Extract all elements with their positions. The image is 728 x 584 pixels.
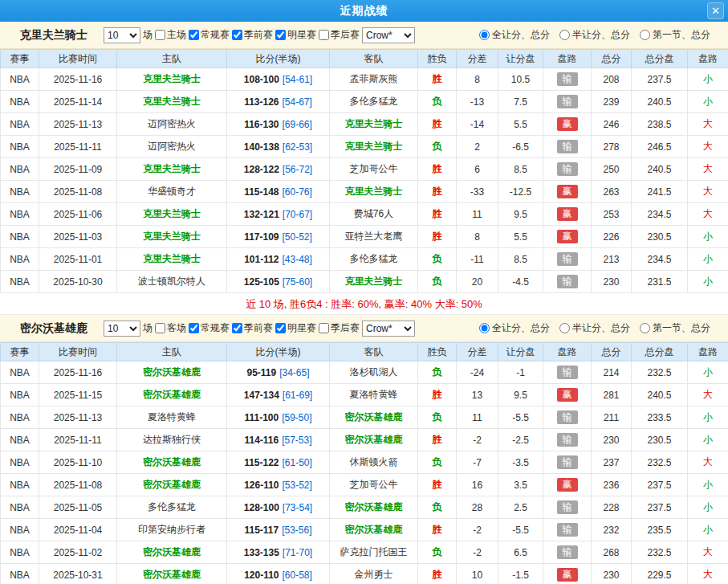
home-team-name[interactable]: 迈阿密热火 <box>148 141 196 152</box>
win-loss-flag: 胜 <box>433 118 442 129</box>
cell-date: 2025-11-01 <box>39 248 117 271</box>
away-team-name[interactable]: 费城76人 <box>354 208 393 219</box>
filter-checkbox[interactable]: 季后赛 <box>316 28 360 42</box>
away-team-name[interactable]: 克里夫兰骑士 <box>345 186 403 197</box>
home-team-name[interactable]: 密尔沃基雄鹿 <box>143 456 201 468</box>
cell-handicap-line: -5.5 <box>498 519 543 541</box>
filter-checkbox[interactable]: 季后赛 <box>316 321 360 335</box>
home-team-name[interactable]: 密尔沃基雄鹿 <box>143 546 201 557</box>
cell-date: 2025-11-13 <box>39 113 117 136</box>
filter-checkbox[interactable]: 明星赛 <box>273 28 316 42</box>
checkbox-input[interactable] <box>232 30 242 40</box>
home-team-name[interactable]: 密尔沃基雄鹿 <box>143 479 201 490</box>
bookmaker-select[interactable]: Crow* <box>362 321 415 337</box>
checkbox-input[interactable] <box>319 30 329 40</box>
filter-checkbox[interactable]: 常规赛 <box>186 28 230 42</box>
odds-type-radio[interactable]: 半让分、总分 <box>559 321 630 335</box>
win-loss-flag: 负 <box>433 96 442 107</box>
home-team-name[interactable]: 密尔沃基雄鹿 <box>143 569 201 580</box>
filter-checkbox[interactable]: 主场 <box>153 28 186 42</box>
cell-total-points: 239 <box>592 91 632 113</box>
home-team-name[interactable]: 克里夫兰骑士 <box>143 231 201 242</box>
games-count-select[interactable]: 10 <box>104 321 140 337</box>
filter-checkbox[interactable]: 客场 <box>153 321 186 335</box>
away-team-name[interactable]: 克里夫兰骑士 <box>345 276 403 287</box>
away-team-name[interactable]: 孟菲斯灰熊 <box>350 73 398 84</box>
halftime-score: [61-50] <box>283 457 312 468</box>
cell-point-diff: -11 <box>457 248 498 271</box>
home-team-name[interactable]: 克里夫兰骑士 <box>143 208 201 219</box>
radio-input[interactable] <box>479 323 490 333</box>
odds-type-radio[interactable]: 全让分、总分 <box>479 321 550 335</box>
away-team-name[interactable]: 密尔沃基雄鹿 <box>345 501 403 513</box>
column-header: 客队 <box>330 343 418 361</box>
home-team-name[interactable]: 克里夫兰骑士 <box>143 253 201 264</box>
radio-input[interactable] <box>559 323 570 333</box>
filter-checkbox[interactable]: 季前赛 <box>230 28 273 42</box>
away-team-name[interactable]: 克里夫兰骑士 <box>345 141 403 152</box>
close-button[interactable]: ✕ <box>707 2 724 19</box>
filter-checkbox[interactable]: 季前赛 <box>230 321 273 335</box>
away-team-name[interactable]: 洛杉矶湖人 <box>350 366 398 378</box>
away-team-name[interactable]: 密尔沃基雄鹿 <box>345 524 403 535</box>
odds-type-radio[interactable]: 全让分、总分 <box>479 28 550 42</box>
away-team-name[interactable]: 密尔沃基雄鹿 <box>345 411 403 423</box>
away-team-name[interactable]: 金州勇士 <box>355 569 393 580</box>
checkbox-input[interactable] <box>189 323 199 333</box>
cell-away-team: 克里夫兰骑士 <box>330 181 418 203</box>
titlebar: 近期战绩 ✕ <box>0 0 728 22</box>
checkbox-input[interactable] <box>189 30 199 40</box>
away-team-name[interactable]: 克里夫兰骑士 <box>345 118 403 129</box>
checkbox-input[interactable] <box>155 323 165 333</box>
checkbox-input[interactable] <box>155 30 165 40</box>
filter-checkbox[interactable]: 常规赛 <box>186 321 230 335</box>
home-team-name[interactable]: 印第安纳步行者 <box>138 524 205 535</box>
over-under-flag: 小 <box>703 366 713 378</box>
radio-input[interactable] <box>640 30 650 40</box>
halftime-score: [50-52] <box>283 231 312 243</box>
checkbox-input[interactable] <box>319 323 329 333</box>
radio-input[interactable] <box>479 30 490 40</box>
home-team-name[interactable]: 克里夫兰骑士 <box>143 163 201 174</box>
away-team-name[interactable]: 密尔沃基雄鹿 <box>345 434 403 445</box>
home-team-name[interactable]: 达拉斯独行侠 <box>143 434 201 445</box>
radio-input[interactable] <box>640 323 650 333</box>
cell-score: 133-135[71-70] <box>227 541 330 564</box>
games-count-select[interactable]: 10 <box>104 27 140 43</box>
cell-away-team: 密尔沃基雄鹿 <box>330 429 418 451</box>
home-team-name[interactable]: 密尔沃基雄鹿 <box>143 389 201 400</box>
home-team-name[interactable]: 多伦多猛龙 <box>148 501 196 513</box>
home-team-name[interactable]: 密尔沃基雄鹿 <box>143 366 201 378</box>
checkbox-input[interactable] <box>275 30 286 40</box>
cell-score: 95-119[34-65] <box>227 361 330 384</box>
filter-checkbox[interactable]: 明星赛 <box>273 321 316 335</box>
odds-type-radio[interactable]: 第一节、总分 <box>640 28 710 42</box>
home-team-name[interactable]: 克里夫兰骑士 <box>143 73 201 84</box>
checkbox-input[interactable] <box>232 323 242 333</box>
radio-input[interactable] <box>559 30 570 40</box>
away-team-name[interactable]: 芝加哥公牛 <box>350 479 398 490</box>
away-team-name[interactable]: 多伦多猛龙 <box>350 96 398 107</box>
bookmaker-select[interactable]: Crow* <box>362 27 415 43</box>
cell-date: 2025-11-02 <box>39 541 117 564</box>
checkbox-input[interactable] <box>275 323 286 333</box>
away-team-name[interactable]: 芝加哥公牛 <box>350 163 398 174</box>
home-team-name[interactable]: 夏洛特黄蜂 <box>148 411 196 423</box>
odds-type-radio[interactable]: 半让分、总分 <box>559 28 630 42</box>
away-team-name[interactable]: 萨克拉门托国王 <box>340 546 408 557</box>
cell-over-under: 小 <box>688 248 728 271</box>
final-score: 95-119 <box>246 367 276 378</box>
cell-point-diff: 10 <box>457 564 498 584</box>
cell-handicap-result: 输 <box>543 519 592 541</box>
over-under-flag: 小 <box>703 411 713 423</box>
away-team-name[interactable]: 多伦多猛龙 <box>350 253 398 264</box>
away-team-name[interactable]: 亚特兰大老鹰 <box>345 231 403 242</box>
odds-type-radio[interactable]: 第一节、总分 <box>640 321 710 335</box>
home-team-name[interactable]: 迈阿密热火 <box>148 118 196 129</box>
home-team-name[interactable]: 华盛顿奇才 <box>148 186 196 197</box>
away-team-name[interactable]: 夏洛特黄蜂 <box>350 389 398 400</box>
home-team-name[interactable]: 克里夫兰骑士 <box>143 96 201 107</box>
cell-score: 114-116[57-53] <box>227 429 330 451</box>
away-team-name[interactable]: 休斯顿火箭 <box>350 456 398 468</box>
home-team-name[interactable]: 波士顿凯尔特人 <box>138 276 205 287</box>
